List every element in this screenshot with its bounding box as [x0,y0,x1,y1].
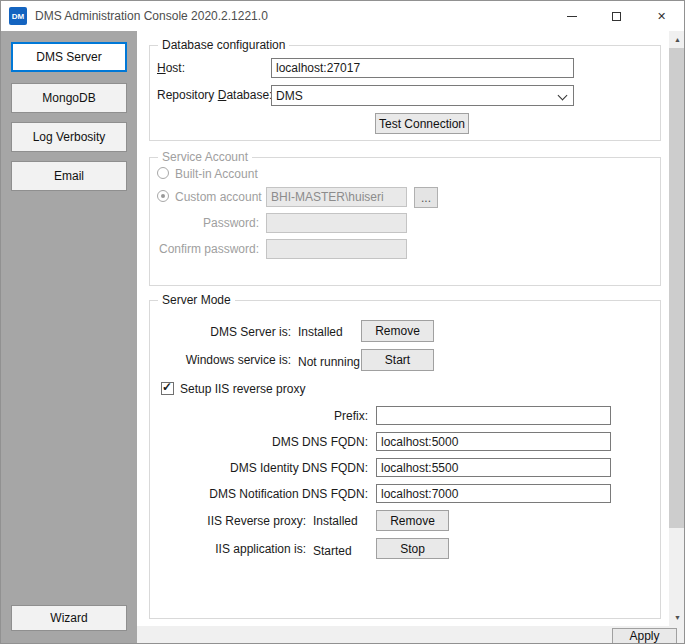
windows-service-is-label: Windows service is: [151,353,291,367]
custom-account-input [266,187,407,207]
dms-dns-fqdn-label: DMS DNS FQDN: [171,435,368,449]
window-controls: ✕ [549,1,684,31]
close-icon: ✕ [657,10,666,23]
confirm-password-input [266,239,407,259]
password-input [266,213,407,233]
minimize-icon [567,16,577,17]
app-icon: DM [9,7,27,25]
window-title: DMS Administration Console 2020.2.1221.0 [35,9,268,23]
prefix-label: Prefix: [171,409,368,423]
iis-application-is-label: IIS application is: [151,542,306,556]
dms-server-status: Installed [298,325,343,339]
custom-account-label: Custom account [175,190,262,204]
repository-database-value: DMS [276,89,303,103]
repository-database-label: Repository Database: [157,88,272,102]
scroll-up-icon: ▲ [674,36,681,43]
radio-dot [161,194,165,198]
dms-identity-dns-fqdn-label: DMS Identity DNS FQDN: [171,461,368,475]
sidebar-item-email[interactable]: Email [11,161,127,191]
close-button[interactable]: ✕ [639,1,684,31]
repository-database-select[interactable]: DMS [271,85,574,106]
windows-service-status: Not running [298,355,360,369]
confirm-password-label: Confirm password: [141,242,259,256]
checkmark-icon: ✓ [162,380,172,394]
database-configuration-legend: Database configuration [158,38,289,52]
maximize-button[interactable] [594,1,639,31]
service-account-legend: Service Account [158,150,252,164]
host-label: Host: [157,61,185,75]
iis-reverse-proxy-status: Installed [313,514,358,528]
minimize-button[interactable] [549,1,594,31]
sidebar-item-dms-server[interactable]: DMS Server [11,42,127,72]
window: DM DMS Administration Console 2020.2.122… [0,0,685,644]
footer-bar [137,626,685,644]
prefix-input[interactable] [376,406,611,425]
sidebar-item-log-verbosity[interactable]: Log Verbosity [11,122,127,152]
maximize-icon [612,12,621,21]
vertical-scrollbar[interactable]: ▲ ▼ [669,31,685,626]
windows-service-start-button[interactable]: Start [361,349,434,371]
dms-notification-dns-fqdn-input[interactable] [376,484,611,503]
scroll-down-button[interactable]: ▼ [669,609,685,626]
host-input[interactable] [271,58,574,78]
setup-iis-reverse-proxy-checkbox[interactable]: ✓ [161,382,174,395]
chevron-down-icon [558,91,568,101]
test-connection-button[interactable]: Test Connection [375,113,469,134]
custom-account-radio [157,190,169,202]
scroll-down-icon: ▼ [674,614,681,621]
setup-iis-reverse-proxy-label: Setup IIS reverse proxy [180,382,305,396]
apply-button[interactable]: Apply [612,628,677,644]
iis-reverse-proxy-label: IIS Reverse proxy: [151,514,306,528]
browse-account-button: ... [414,187,438,208]
password-label: Password: [141,216,259,230]
sidebar: DMS Server MongoDB Log Verbosity Email W… [1,31,137,644]
dms-server-is-label: DMS Server is: [151,325,291,339]
dms-notification-dns-fqdn-label: DMS Notification DNS FQDN: [171,487,368,501]
builtin-account-label: Built-in Account [175,167,258,181]
dms-server-remove-button[interactable]: Remove [361,320,434,342]
builtin-account-radio [157,167,169,179]
dms-identity-dns-fqdn-input[interactable] [376,458,611,477]
dms-dns-fqdn-input[interactable] [376,432,611,451]
scrollbar-thumb[interactable] [669,48,685,528]
sidebar-item-mongodb[interactable]: MongoDB [11,83,127,113]
server-mode-legend: Server Mode [158,293,235,307]
iis-application-stop-button[interactable]: Stop [376,538,449,559]
titlebar: DM DMS Administration Console 2020.2.122… [1,1,684,31]
iis-application-status: Started [313,544,352,558]
scroll-up-button[interactable]: ▲ [669,31,685,48]
wizard-button[interactable]: Wizard [11,605,127,631]
iis-reverse-proxy-remove-button[interactable]: Remove [376,510,449,531]
